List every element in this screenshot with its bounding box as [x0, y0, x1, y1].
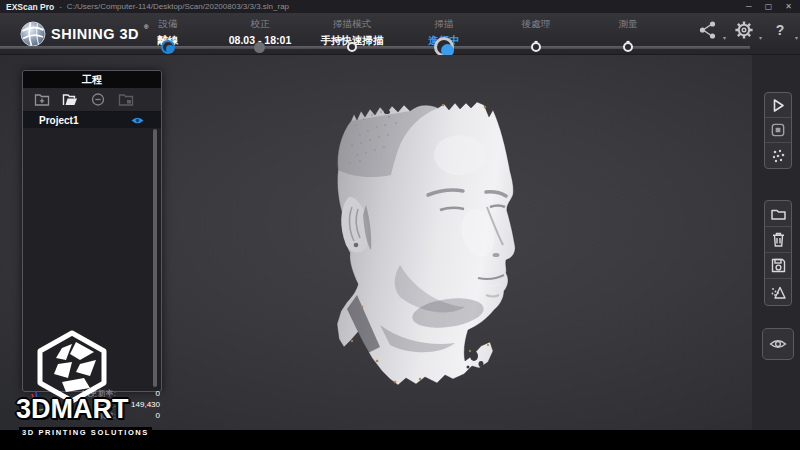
- watermark-tagline: 3D PRINTING SOLUTIONS: [19, 427, 152, 438]
- mesh-button[interactable]: [765, 279, 791, 305]
- window-controls: ─ ▢ ✕: [746, 0, 792, 13]
- close-icon[interactable]: ✕: [785, 0, 792, 13]
- play-button[interactable]: [765, 93, 791, 118]
- stop-button[interactable]: [765, 118, 791, 143]
- share-button[interactable]: ▾: [698, 20, 718, 40]
- question-icon: ?: [770, 20, 790, 40]
- timeline-node-measure[interactable]: [623, 42, 633, 52]
- delete-button[interactable]: [765, 227, 791, 253]
- navbar-icons: ▾ ▾ ? ▾: [698, 20, 790, 40]
- watermark-brand-text: 3DMART: [16, 394, 129, 425]
- stop-icon: [770, 122, 786, 138]
- point-cloud-button[interactable]: [765, 143, 791, 168]
- share-icon: [698, 20, 718, 40]
- mesh-icon: [770, 284, 787, 301]
- shining3d-globe-icon: [20, 21, 46, 47]
- close-project-icon[interactable]: [118, 92, 134, 107]
- new-project-icon[interactable]: [34, 92, 50, 107]
- title-separator: -: [59, 2, 62, 11]
- open-folder-button[interactable]: [765, 201, 791, 227]
- timeline-node-scan-mode[interactable]: [347, 42, 357, 52]
- remove-project-icon[interactable]: [90, 92, 106, 107]
- chevron-down-icon: ▾: [759, 34, 762, 41]
- file-tools-group: [764, 200, 792, 306]
- play-icon: [770, 97, 786, 114]
- point-cloud-icon: [770, 148, 786, 164]
- project-list-item[interactable]: Project1: [23, 112, 161, 128]
- visibility-button[interactable]: [762, 328, 794, 360]
- 3dmart-hexagon-logo-icon: [32, 330, 112, 404]
- help-button[interactable]: ? ▾: [770, 20, 790, 40]
- titlebar: EXScan Pro - C:/Users/Computer-114/Deskt…: [0, 0, 800, 13]
- timeline-node-scan-active[interactable]: [434, 37, 454, 57]
- save-icon: [770, 257, 787, 274]
- gear-icon: [734, 20, 754, 40]
- project-panel-title: 工程: [23, 71, 161, 88]
- project-name: Project1: [23, 115, 78, 126]
- maximize-icon[interactable]: ▢: [765, 0, 773, 13]
- project-panel-toolbar: [23, 88, 161, 112]
- chevron-down-icon: ▾: [795, 34, 798, 41]
- folder-icon: [770, 206, 787, 222]
- 3dmart-watermark: 3DMART 3D PRINTING SOLUTIONS: [14, 328, 174, 446]
- timeline-node-postprocess[interactable]: [531, 42, 541, 52]
- save-button[interactable]: [765, 253, 791, 279]
- project-visible-eye-icon[interactable]: [131, 116, 144, 125]
- minimize-icon[interactable]: ─: [746, 0, 752, 13]
- app-title: EXScan Pro: [6, 2, 54, 12]
- settings-button[interactable]: ▾: [734, 20, 754, 40]
- scan-control-group: [764, 92, 792, 169]
- trash-icon: [770, 231, 787, 248]
- open-project-icon[interactable]: [62, 92, 78, 107]
- forehead-highlight: [434, 135, 486, 175]
- exscan-pro-window: EXScan Pro - C:/Users/Computer-114/Deskt…: [0, 0, 800, 450]
- eye-icon: [769, 337, 787, 351]
- timeline-node-calibration[interactable]: [254, 42, 265, 53]
- timeline-node-device[interactable]: [161, 40, 175, 54]
- chevron-down-icon: ▾: [723, 34, 726, 41]
- file-path: C:/Users/Computer-114/Desktop/Scan/20200…: [67, 2, 289, 11]
- workflow-timeline: [0, 46, 750, 49]
